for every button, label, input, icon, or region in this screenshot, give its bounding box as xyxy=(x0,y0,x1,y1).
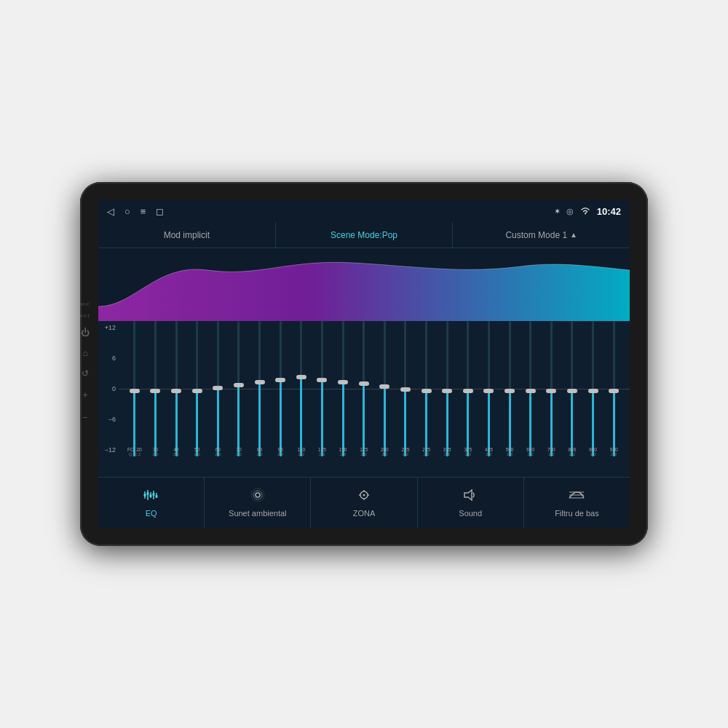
svg-marker-20 xyxy=(464,490,472,500)
freq-label-375: 375 xyxy=(464,447,472,452)
slider-track-600[interactable] xyxy=(529,321,531,456)
slider-handle-275[interactable] xyxy=(422,389,432,393)
slider-handle-200[interactable] xyxy=(379,384,389,389)
slider-handle-860[interactable] xyxy=(588,389,598,393)
slider-track-30[interactable] xyxy=(154,321,157,456)
slider-label-125: 1252.2 xyxy=(312,447,332,456)
slider-handle-315[interactable] xyxy=(442,389,452,393)
back-icon[interactable]: ◁ xyxy=(107,206,114,217)
slider-track-275[interactable] xyxy=(425,321,427,456)
db-labels: +12 6 0 −6 −12 xyxy=(98,321,119,456)
freq-label-110: 110 xyxy=(297,447,305,452)
recent-icon[interactable]: ◻ xyxy=(156,206,164,217)
slider-col-700: 7002.2 xyxy=(542,321,562,456)
slider-track-175[interactable] xyxy=(363,321,365,456)
slider-track-375[interactable] xyxy=(467,321,469,456)
slider-col-275: 2752.2 xyxy=(416,321,437,456)
slider-track-920[interactable] xyxy=(613,321,615,456)
slider-handle-235[interactable] xyxy=(400,387,411,392)
slider-track-235[interactable] xyxy=(404,321,406,456)
home-icon[interactable]: ○ xyxy=(124,206,130,217)
q-label-275: 2.2 xyxy=(423,452,429,456)
slider-handle-175[interactable] xyxy=(359,381,369,386)
slider-track-60[interactable] xyxy=(217,321,219,456)
freq-label-700: 700 xyxy=(547,447,555,452)
nav-sunet[interactable]: Sunet ambiental xyxy=(205,478,311,528)
q-label-50: 2.2 xyxy=(194,452,200,456)
nav-sunet-label: Sunet ambiental xyxy=(229,509,287,518)
slider-handle-600[interactable] xyxy=(526,389,536,393)
slider-track-435[interactable] xyxy=(488,321,490,456)
freq-label-860: 860 xyxy=(589,447,597,452)
svg-rect-10 xyxy=(155,495,157,498)
slider-handle-50[interactable] xyxy=(192,389,202,393)
slider-track-110[interactable] xyxy=(300,321,302,456)
status-bar-left: ◁ ○ ≡ ◻ xyxy=(107,206,164,217)
freq-label-40: 40 xyxy=(173,447,178,452)
slider-label-435: 4352.2 xyxy=(478,447,499,456)
slider-handle-20[interactable] xyxy=(130,389,140,393)
slider-col-40: 402.2 xyxy=(166,321,186,456)
slider-track-500[interactable] xyxy=(509,321,511,456)
q-label-315: 2.2 xyxy=(444,452,450,456)
svg-point-12 xyxy=(253,491,262,499)
slider-handle-150[interactable] xyxy=(338,380,348,384)
status-time: 10:42 xyxy=(597,206,621,217)
bluetooth-icon: ✶ xyxy=(554,207,561,216)
slider-track-95[interactable] xyxy=(280,321,282,456)
nav-sound[interactable]: Sound xyxy=(418,478,524,528)
slider-label-95: 952.2 xyxy=(270,447,290,456)
slider-col-125: 1252.2 xyxy=(312,321,333,456)
freq-label-435: 435 xyxy=(485,447,493,452)
slider-handle-800[interactable] xyxy=(567,389,577,393)
mode-custom[interactable]: Custom Mode 1 ▲ xyxy=(453,222,630,248)
slider-handle-40[interactable] xyxy=(171,389,181,393)
slider-handle-70[interactable] xyxy=(234,383,244,387)
slider-handle-920[interactable] xyxy=(609,389,619,393)
status-bar-right: ✶ ◎ 10:42 xyxy=(554,206,621,217)
nav-filtru[interactable]: Filtru de bas xyxy=(524,478,630,528)
slider-handle-500[interactable] xyxy=(505,389,515,393)
slider-handle-95[interactable] xyxy=(275,378,285,382)
nav-zona[interactable]: ZONA xyxy=(311,478,417,528)
q-label-20: Q: 2.2 xyxy=(129,452,141,456)
home-side-icon[interactable]: ⌂ xyxy=(80,346,90,360)
slider-track-860[interactable] xyxy=(592,321,594,456)
arrow-up-icon: ▲ xyxy=(570,231,577,239)
slider-handle-80[interactable] xyxy=(255,380,265,384)
slider-track-80[interactable] xyxy=(258,321,261,456)
mode-scene[interactable]: Scene Mode:Pop xyxy=(276,222,454,248)
mode-implicit[interactable]: Mod implicit xyxy=(98,222,276,248)
q-label-110: 2.2 xyxy=(298,452,304,456)
slider-handle-700[interactable] xyxy=(546,389,556,393)
q-label-600: 2.2 xyxy=(528,452,534,456)
slider-handle-125[interactable] xyxy=(317,378,327,382)
slider-label-700: 7002.2 xyxy=(541,447,561,456)
q-label-150: 2.2 xyxy=(340,452,346,456)
slider-handle-30[interactable] xyxy=(150,389,160,393)
slider-track-700[interactable] xyxy=(550,321,553,456)
slider-track-800[interactable] xyxy=(571,321,573,456)
slider-label-600: 6002.2 xyxy=(521,447,541,456)
freq-label-920: 920 xyxy=(610,447,618,452)
slider-track-150[interactable] xyxy=(342,321,344,456)
menu-icon[interactable]: ≡ xyxy=(141,206,146,217)
slider-track-40[interactable] xyxy=(175,321,178,456)
slider-track-125[interactable] xyxy=(321,321,323,456)
nav-eq[interactable]: EQ xyxy=(98,478,205,528)
power-icon[interactable]: ⏻ xyxy=(79,325,92,340)
slider-track-50[interactable] xyxy=(196,321,198,456)
slider-track-70[interactable] xyxy=(237,321,240,456)
vol-down-icon[interactable]: － xyxy=(79,409,92,426)
slider-track-200[interactable] xyxy=(384,321,386,456)
slider-track-20[interactable] xyxy=(133,321,135,456)
svg-rect-8 xyxy=(149,494,151,497)
slider-handle-110[interactable] xyxy=(296,375,306,379)
vol-up-icon[interactable]: ＋ xyxy=(79,387,92,403)
slider-handle-435[interactable] xyxy=(483,389,494,393)
q-label-30: 2.2 xyxy=(152,452,158,456)
slider-track-315[interactable] xyxy=(446,321,448,456)
slider-handle-60[interactable] xyxy=(213,386,223,390)
back-side-icon[interactable]: ↺ xyxy=(79,366,91,381)
slider-handle-375[interactable] xyxy=(463,389,473,393)
